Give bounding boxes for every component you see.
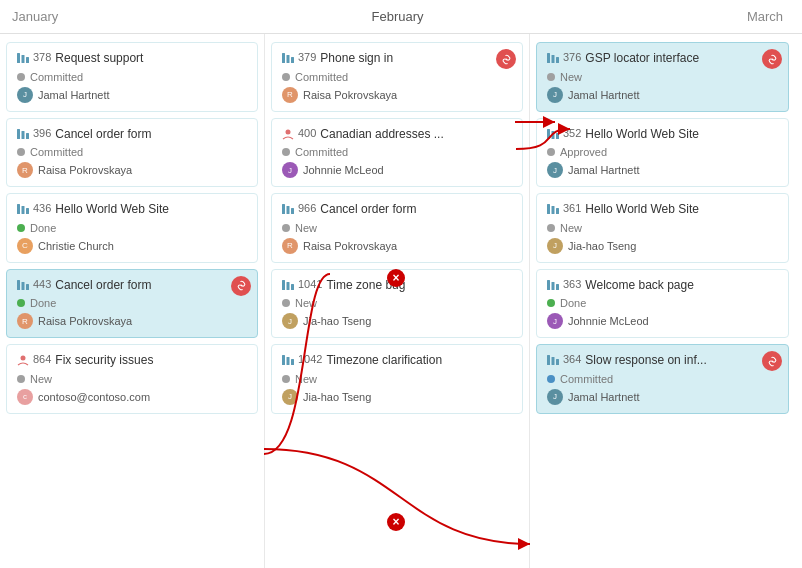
status-dot-361 [547,224,555,232]
card-id-379: 379 [298,51,316,63]
card-id-1042: 1042 [298,353,322,365]
card-id-966: 966 [298,202,316,214]
card-name-400: Canadian addresses ... [320,127,512,143]
svg-rect-38 [556,208,559,214]
svg-rect-29 [291,359,294,365]
card-status-378: Committed [17,71,247,83]
card-id-363: 363 [563,278,581,290]
avatar-376: J [547,87,563,103]
avatar-1041: J [282,313,298,329]
card-icon-1041 [282,279,294,291]
card-364[interactable]: 364 Slow response on inf... Committed J … [536,344,789,414]
card-name-1041: Time zone bug [326,278,512,294]
card-378[interactable]: 378 Request support Committed J Jamal Ha… [6,42,258,112]
person-name-396: Raisa Pokrovskaya [38,164,132,176]
card-436[interactable]: 436 Hello World Web Site Done C Christie… [6,193,258,263]
card-379[interactable]: 379 Phone sign in Committed R Raisa Pokr… [271,42,523,112]
card-352[interactable]: 352 Hello World Web Site Approved J Jama… [536,118,789,188]
status-dot-396 [17,148,25,156]
svg-rect-30 [547,53,550,63]
status-text-352: Approved [560,146,607,158]
svg-rect-35 [556,133,559,139]
person-name-379: Raisa Pokrovskaya [303,89,397,101]
card-person-1042: J Jia-hao Tseng [282,389,512,405]
card-status-364: Committed [547,373,778,385]
card-id-443: 443 [33,278,51,290]
card-id-864: 864 [33,353,51,365]
card-376[interactable]: 376 GSP locator interface New J Jamal Ha… [536,42,789,112]
card-363[interactable]: 363 Welcome back page Done J Johnnie McL… [536,269,789,339]
status-dot-1041 [282,299,290,307]
person-name-443: Raisa Pokrovskaya [38,315,132,327]
card-361[interactable]: 361 Hello World Web Site New J Jia-hao T… [536,193,789,263]
avatar-396: R [17,162,33,178]
card-864[interactable]: 864 Fix security issues New c contoso@co… [6,344,258,414]
card-status-966: New [282,222,512,234]
svg-rect-27 [282,355,285,365]
link-icon-376[interactable] [762,49,782,69]
card-icon-400 [282,128,294,140]
status-dot-364 [547,375,555,383]
card-1042[interactable]: 1042 Timezone clarification New J Jia-ha… [271,344,523,414]
column-march: 376 GSP locator interface New J Jamal Ha… [530,34,795,568]
card-icon-376 [547,52,559,64]
card-name-864: Fix security issues [55,353,247,369]
card-id-364: 364 [563,353,581,365]
card-status-436: Done [17,222,247,234]
card-966[interactable]: 966 Cancel order form New R Raisa Pokrov… [271,193,523,263]
card-person-363: J Johnnie McLeod [547,313,778,329]
card-person-378: J Jamal Hartnett [17,87,247,103]
avatar-364: J [547,389,563,405]
status-text-1042: New [295,373,317,385]
card-status-396: Committed [17,146,247,158]
avatar-966: R [282,238,298,254]
person-name-436: Christie Church [38,240,114,252]
card-person-400: J Johnnie McLeod [282,162,512,178]
link-icon-443[interactable] [231,276,251,296]
card-person-376: J Jamal Hartnett [547,87,778,103]
status-dot-376 [547,73,555,81]
status-text-443: Done [30,297,56,309]
avatar-352: J [547,162,563,178]
card-443[interactable]: 443 Cancel order form Done R Raisa Pokro… [6,269,258,339]
status-text-379: Committed [295,71,348,83]
card-400[interactable]: 400 Canadian addresses ... Committed J J… [271,118,523,188]
status-text-864: New [30,373,52,385]
svg-rect-31 [552,55,555,63]
person-name-364: Jamal Hartnett [568,391,640,403]
status-dot-352 [547,148,555,156]
card-person-966: R Raisa Pokrovskaya [282,238,512,254]
avatar-436: C [17,238,33,254]
card-icon-1042 [282,354,294,366]
svg-rect-7 [17,129,20,139]
card-status-376: New [547,71,778,83]
card-icon-864 [17,354,29,366]
status-text-1041: New [295,297,317,309]
card-1041[interactable]: 1041 Time zone bug New J Jia-hao Tseng [271,269,523,339]
avatar-400: J [282,162,298,178]
link-icon-379[interactable] [496,49,516,69]
card-id-378: 378 [33,51,51,63]
status-dot-379 [282,73,290,81]
card-status-400: Committed [282,146,512,158]
svg-rect-19 [291,57,294,63]
card-icon-364 [547,354,559,366]
card-icon-378 [17,52,29,64]
card-id-1041: 1041 [298,278,322,290]
card-status-864: New [17,373,247,385]
card-status-1042: New [282,373,512,385]
status-dot-400 [282,148,290,156]
column-january: 378 Request support Committed J Jamal Ha… [0,34,265,568]
card-status-379: Committed [282,71,512,83]
card-name-363: Welcome back page [585,278,778,294]
svg-rect-18 [287,55,290,63]
svg-rect-34 [552,131,555,139]
card-name-352: Hello World Web Site [585,127,778,143]
link-icon-364[interactable] [762,351,782,371]
status-text-376: New [560,71,582,83]
svg-rect-10 [17,204,20,214]
avatar-864: c [17,389,33,405]
card-396[interactable]: 396 Cancel order form Committed R Raisa … [6,118,258,188]
svg-rect-39 [547,280,550,290]
card-icon-361 [547,203,559,215]
